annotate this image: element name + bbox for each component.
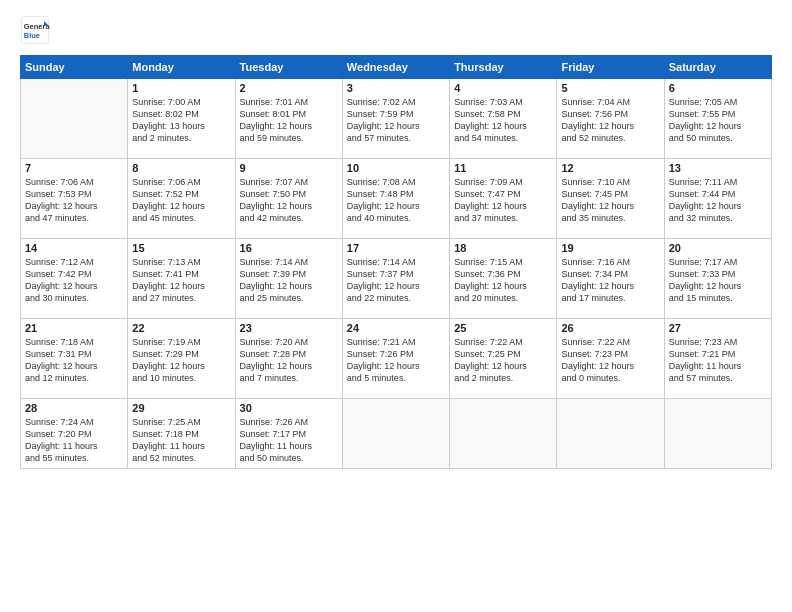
day-number: 4	[454, 82, 552, 94]
day-info: Sunrise: 7:07 AMSunset: 7:50 PMDaylight:…	[240, 176, 338, 225]
day-number: 21	[25, 322, 123, 334]
calendar-cell	[557, 399, 664, 469]
day-number: 25	[454, 322, 552, 334]
calendar-cell: 14Sunrise: 7:12 AMSunset: 7:42 PMDayligh…	[21, 239, 128, 319]
calendar-cell: 3Sunrise: 7:02 AMSunset: 7:59 PMDaylight…	[342, 79, 449, 159]
calendar-cell	[664, 399, 771, 469]
day-number: 20	[669, 242, 767, 254]
calendar-cell: 28Sunrise: 7:24 AMSunset: 7:20 PMDayligh…	[21, 399, 128, 469]
calendar-week-row: 1Sunrise: 7:00 AMSunset: 8:02 PMDaylight…	[21, 79, 772, 159]
calendar-cell: 11Sunrise: 7:09 AMSunset: 7:47 PMDayligh…	[450, 159, 557, 239]
svg-text:Blue: Blue	[24, 31, 40, 40]
day-number: 12	[561, 162, 659, 174]
calendar-cell: 5Sunrise: 7:04 AMSunset: 7:56 PMDaylight…	[557, 79, 664, 159]
calendar-week-row: 14Sunrise: 7:12 AMSunset: 7:42 PMDayligh…	[21, 239, 772, 319]
calendar-cell: 4Sunrise: 7:03 AMSunset: 7:58 PMDaylight…	[450, 79, 557, 159]
calendar-cell: 18Sunrise: 7:15 AMSunset: 7:36 PMDayligh…	[450, 239, 557, 319]
day-number: 7	[25, 162, 123, 174]
calendar-cell: 23Sunrise: 7:20 AMSunset: 7:28 PMDayligh…	[235, 319, 342, 399]
day-number: 1	[132, 82, 230, 94]
calendar-cell: 26Sunrise: 7:22 AMSunset: 7:23 PMDayligh…	[557, 319, 664, 399]
day-number: 26	[561, 322, 659, 334]
calendar-cell: 20Sunrise: 7:17 AMSunset: 7:33 PMDayligh…	[664, 239, 771, 319]
day-number: 17	[347, 242, 445, 254]
calendar-cell: 19Sunrise: 7:16 AMSunset: 7:34 PMDayligh…	[557, 239, 664, 319]
calendar-cell: 21Sunrise: 7:18 AMSunset: 7:31 PMDayligh…	[21, 319, 128, 399]
header: General Blue	[20, 15, 772, 45]
calendar-cell: 27Sunrise: 7:23 AMSunset: 7:21 PMDayligh…	[664, 319, 771, 399]
day-number: 22	[132, 322, 230, 334]
logo-icon: General Blue	[20, 15, 50, 45]
calendar-cell: 6Sunrise: 7:05 AMSunset: 7:55 PMDaylight…	[664, 79, 771, 159]
calendar-cell: 12Sunrise: 7:10 AMSunset: 7:45 PMDayligh…	[557, 159, 664, 239]
weekday-header: Wednesday	[342, 56, 449, 79]
day-info: Sunrise: 7:09 AMSunset: 7:47 PMDaylight:…	[454, 176, 552, 225]
calendar-cell: 15Sunrise: 7:13 AMSunset: 7:41 PMDayligh…	[128, 239, 235, 319]
day-number: 16	[240, 242, 338, 254]
day-number: 27	[669, 322, 767, 334]
day-info: Sunrise: 7:14 AMSunset: 7:39 PMDaylight:…	[240, 256, 338, 305]
day-number: 24	[347, 322, 445, 334]
day-info: Sunrise: 7:16 AMSunset: 7:34 PMDaylight:…	[561, 256, 659, 305]
day-info: Sunrise: 7:08 AMSunset: 7:48 PMDaylight:…	[347, 176, 445, 225]
day-info: Sunrise: 7:00 AMSunset: 8:02 PMDaylight:…	[132, 96, 230, 145]
day-info: Sunrise: 7:25 AMSunset: 7:18 PMDaylight:…	[132, 416, 230, 465]
calendar-cell: 30Sunrise: 7:26 AMSunset: 7:17 PMDayligh…	[235, 399, 342, 469]
calendar-cell: 24Sunrise: 7:21 AMSunset: 7:26 PMDayligh…	[342, 319, 449, 399]
calendar-cell: 13Sunrise: 7:11 AMSunset: 7:44 PMDayligh…	[664, 159, 771, 239]
day-info: Sunrise: 7:18 AMSunset: 7:31 PMDaylight:…	[25, 336, 123, 385]
day-info: Sunrise: 7:20 AMSunset: 7:28 PMDaylight:…	[240, 336, 338, 385]
weekday-header: Monday	[128, 56, 235, 79]
calendar-cell: 10Sunrise: 7:08 AMSunset: 7:48 PMDayligh…	[342, 159, 449, 239]
day-number: 15	[132, 242, 230, 254]
day-info: Sunrise: 7:22 AMSunset: 7:23 PMDaylight:…	[561, 336, 659, 385]
day-number: 23	[240, 322, 338, 334]
day-number: 2	[240, 82, 338, 94]
day-info: Sunrise: 7:01 AMSunset: 8:01 PMDaylight:…	[240, 96, 338, 145]
day-info: Sunrise: 7:12 AMSunset: 7:42 PMDaylight:…	[25, 256, 123, 305]
calendar-week-row: 28Sunrise: 7:24 AMSunset: 7:20 PMDayligh…	[21, 399, 772, 469]
weekday-header: Sunday	[21, 56, 128, 79]
day-number: 10	[347, 162, 445, 174]
day-info: Sunrise: 7:15 AMSunset: 7:36 PMDaylight:…	[454, 256, 552, 305]
calendar-cell: 25Sunrise: 7:22 AMSunset: 7:25 PMDayligh…	[450, 319, 557, 399]
day-info: Sunrise: 7:06 AMSunset: 7:52 PMDaylight:…	[132, 176, 230, 225]
calendar-table: SundayMondayTuesdayWednesdayThursdayFrid…	[20, 55, 772, 469]
day-number: 13	[669, 162, 767, 174]
day-info: Sunrise: 7:03 AMSunset: 7:58 PMDaylight:…	[454, 96, 552, 145]
day-number: 18	[454, 242, 552, 254]
day-number: 28	[25, 402, 123, 414]
calendar-cell: 29Sunrise: 7:25 AMSunset: 7:18 PMDayligh…	[128, 399, 235, 469]
svg-text:General: General	[24, 22, 50, 31]
logo: General Blue	[20, 15, 54, 45]
day-info: Sunrise: 7:19 AMSunset: 7:29 PMDaylight:…	[132, 336, 230, 385]
page: General Blue SundayMondayTuesdayWednesda…	[0, 0, 792, 612]
day-info: Sunrise: 7:02 AMSunset: 7:59 PMDaylight:…	[347, 96, 445, 145]
calendar-cell	[342, 399, 449, 469]
calendar-cell: 8Sunrise: 7:06 AMSunset: 7:52 PMDaylight…	[128, 159, 235, 239]
day-info: Sunrise: 7:14 AMSunset: 7:37 PMDaylight:…	[347, 256, 445, 305]
day-info: Sunrise: 7:26 AMSunset: 7:17 PMDaylight:…	[240, 416, 338, 465]
day-number: 3	[347, 82, 445, 94]
calendar-cell	[450, 399, 557, 469]
weekday-header: Friday	[557, 56, 664, 79]
day-number: 19	[561, 242, 659, 254]
day-number: 30	[240, 402, 338, 414]
calendar-cell: 1Sunrise: 7:00 AMSunset: 8:02 PMDaylight…	[128, 79, 235, 159]
day-number: 8	[132, 162, 230, 174]
calendar-week-row: 21Sunrise: 7:18 AMSunset: 7:31 PMDayligh…	[21, 319, 772, 399]
day-info: Sunrise: 7:13 AMSunset: 7:41 PMDaylight:…	[132, 256, 230, 305]
day-number: 29	[132, 402, 230, 414]
day-info: Sunrise: 7:11 AMSunset: 7:44 PMDaylight:…	[669, 176, 767, 225]
day-info: Sunrise: 7:17 AMSunset: 7:33 PMDaylight:…	[669, 256, 767, 305]
day-number: 11	[454, 162, 552, 174]
calendar-cell: 2Sunrise: 7:01 AMSunset: 8:01 PMDaylight…	[235, 79, 342, 159]
calendar-cell: 7Sunrise: 7:06 AMSunset: 7:53 PMDaylight…	[21, 159, 128, 239]
calendar-header-row: SundayMondayTuesdayWednesdayThursdayFrid…	[21, 56, 772, 79]
weekday-header: Saturday	[664, 56, 771, 79]
weekday-header: Thursday	[450, 56, 557, 79]
calendar-cell: 17Sunrise: 7:14 AMSunset: 7:37 PMDayligh…	[342, 239, 449, 319]
weekday-header: Tuesday	[235, 56, 342, 79]
day-info: Sunrise: 7:21 AMSunset: 7:26 PMDaylight:…	[347, 336, 445, 385]
day-info: Sunrise: 7:22 AMSunset: 7:25 PMDaylight:…	[454, 336, 552, 385]
